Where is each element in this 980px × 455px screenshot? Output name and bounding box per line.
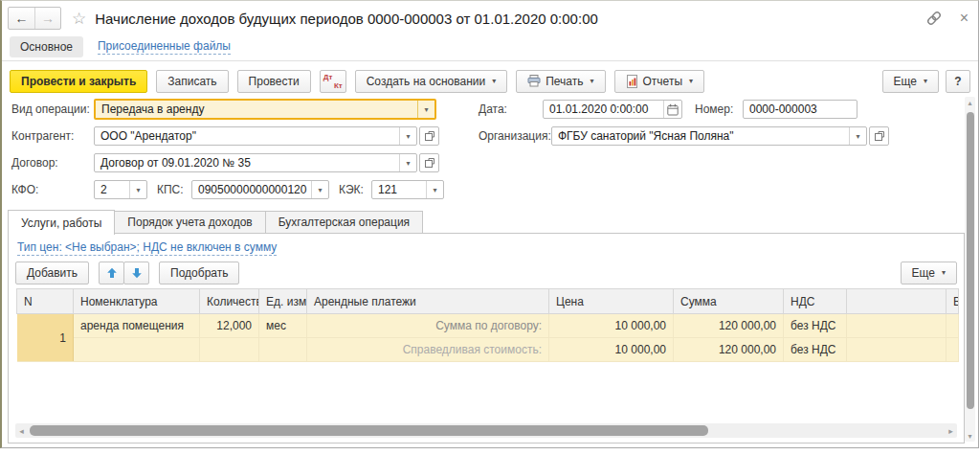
- post-button[interactable]: Провести: [237, 70, 311, 93]
- vertical-scrollbar[interactable]: ▴ ▾: [965, 97, 975, 442]
- number-field[interactable]: 0000-000003: [743, 100, 858, 119]
- print-button[interactable]: Печать ▾: [516, 70, 605, 93]
- tab-services-works[interactable]: Услуги, работы: [8, 210, 115, 235]
- dropdown-arrow-icon[interactable]: ▾: [426, 181, 443, 198]
- scroll-left-icon[interactable]: ◂: [15, 426, 28, 436]
- cell-price[interactable]: 10 000,00: [549, 338, 674, 362]
- organization-open-button[interactable]: [869, 126, 889, 146]
- contract-open-button[interactable]: [419, 153, 439, 172]
- cell-amount[interactable]: 120 000,00: [674, 338, 784, 362]
- page-title: Начисление доходов будущих периодов 0000…: [95, 11, 598, 27]
- organization-value[interactable]: ФГБУ санаторий "Ясная Поляна": [552, 127, 849, 145]
- move-down-button[interactable]: [123, 262, 149, 284]
- print-label: Печать: [546, 75, 583, 88]
- contract-value[interactable]: Договор от 09.01.2020 № 35: [95, 154, 399, 171]
- close-icon[interactable]: ×: [960, 11, 969, 26]
- operation-type-value[interactable]: Передача в аренду: [96, 101, 417, 118]
- col-amount: Сумма: [674, 289, 784, 314]
- tab-accounting-operation[interactable]: Бухгалтерская операция: [265, 211, 423, 234]
- horizontal-scrollbar[interactable]: ◂ ▸: [15, 423, 957, 438]
- reports-button[interactable]: Отчеты ▾: [614, 70, 705, 93]
- nav-tab-main[interactable]: Основное: [10, 36, 83, 57]
- cell-quantity[interactable]: [200, 338, 259, 362]
- cell-nomenclature[interactable]: [74, 338, 200, 362]
- cell-vat[interactable]: без НДС: [784, 314, 847, 338]
- table-row: Справедливая стоимость: 10 000,00 120 00…: [17, 338, 959, 362]
- cell-price[interactable]: 10 000,00: [549, 314, 674, 338]
- col-cut: В: [947, 289, 959, 314]
- dropdown-arrow-icon[interactable]: ▾: [417, 101, 434, 118]
- post-and-close-button[interactable]: Провести и закрыть: [10, 70, 147, 93]
- pick-button[interactable]: Подобрать: [159, 262, 239, 284]
- kfo-value[interactable]: 2: [95, 181, 129, 198]
- nav-tab-attached-files[interactable]: Присоединенные файлы: [98, 39, 231, 55]
- cell-payment-kind: Справедливая стоимость:: [307, 338, 549, 362]
- counterparty-field[interactable]: ООО "Арендатор" ▾: [94, 126, 417, 146]
- vertical-scroll-thumb[interactable]: [967, 112, 974, 409]
- forward-button[interactable]: →: [34, 8, 60, 29]
- date-field[interactable]: 01.01.2020 0:00:00: [543, 100, 682, 119]
- separator: [2, 60, 978, 61]
- price-type-link[interactable]: Тип цен: <Не выбран>; НДС не включен в с…: [17, 240, 277, 256]
- move-up-button[interactable]: [99, 262, 124, 284]
- page-tabs: Услуги, работы Порядок учета доходов Бух…: [8, 210, 423, 234]
- reports-label: Отчеты: [643, 75, 682, 88]
- cell-quantity[interactable]: 12,000: [200, 314, 259, 338]
- scroll-right-icon[interactable]: ▸: [945, 426, 957, 436]
- cell-cut[interactable]: [947, 338, 959, 362]
- contract-field[interactable]: Договор от 09.01.2020 № 35 ▾: [94, 153, 417, 172]
- cell-row-number[interactable]: 1: [17, 314, 74, 362]
- cell-unit[interactable]: [259, 338, 307, 362]
- table-row: 1 аренда помещения 12,000 мес Сумма по д…: [17, 314, 959, 338]
- col-vat: НДС: [784, 289, 847, 314]
- cell-extra[interactable]: [847, 314, 947, 338]
- counterparty-value[interactable]: ООО "Арендатор": [95, 127, 399, 145]
- grid-more-button[interactable]: Еще ▾: [901, 262, 957, 284]
- kek-field[interactable]: 121 ▾: [371, 180, 444, 199]
- cell-amount[interactable]: 120 000,00: [674, 314, 784, 338]
- dropdown-arrow-icon[interactable]: ▾: [849, 127, 866, 145]
- more-label: Еще: [894, 75, 917, 88]
- horizontal-scroll-track[interactable]: [28, 423, 945, 438]
- back-button[interactable]: ←: [9, 8, 34, 29]
- dt-label: Дт: [323, 73, 333, 81]
- dropdown-arrow-icon[interactable]: ▾: [311, 181, 328, 198]
- report-icon: [626, 75, 638, 88]
- kps-field[interactable]: 09050000000000120 ▾: [191, 180, 329, 199]
- dropdown-arrow-icon[interactable]: ▾: [399, 154, 416, 171]
- operation-type-field[interactable]: Передача в аренду ▾: [94, 99, 436, 120]
- col-price: Цена: [549, 289, 674, 314]
- date-value[interactable]: 01.01.2020 0:00:00: [544, 101, 663, 118]
- organization-field[interactable]: ФГБУ санаторий "Ясная Поляна" ▾: [551, 126, 867, 146]
- calendar-icon[interactable]: [663, 101, 681, 118]
- kps-value[interactable]: 09050000000000120: [192, 181, 311, 198]
- counterparty-open-button[interactable]: [419, 126, 439, 146]
- create-on-basis-label: Создать на основании: [367, 75, 486, 88]
- favorite-star-icon[interactable]: ☆: [72, 9, 86, 29]
- cell-unit[interactable]: мес: [259, 314, 307, 338]
- debit-credit-button[interactable]: Дт Кт: [320, 70, 346, 93]
- cell-cut[interactable]: [947, 314, 959, 338]
- arrow-up-icon: [106, 267, 118, 279]
- cell-extra[interactable]: [847, 338, 947, 362]
- help-button[interactable]: ?: [946, 70, 970, 93]
- dropdown-arrow-icon[interactable]: ▾: [129, 181, 146, 198]
- add-row-button[interactable]: Добавить: [15, 262, 89, 284]
- dropdown-arrow-icon[interactable]: ▾: [399, 127, 416, 145]
- number-value[interactable]: 0000-000003: [744, 101, 857, 118]
- kek-value[interactable]: 121: [372, 181, 426, 198]
- horizontal-scroll-thumb[interactable]: [30, 425, 708, 436]
- items-table: N Номенклатура Количество Ед. изм. Аренд…: [16, 288, 959, 362]
- organization-label: Организация:: [479, 126, 551, 146]
- scroll-up-icon[interactable]: ▴: [965, 97, 975, 108]
- grid-more-label: Еще: [912, 266, 935, 280]
- create-on-basis-button[interactable]: Создать на основании ▾: [355, 70, 508, 93]
- cell-vat[interactable]: без НДС: [784, 338, 847, 362]
- cell-nomenclature[interactable]: аренда помещения: [74, 314, 200, 338]
- save-button[interactable]: Записать: [156, 70, 228, 93]
- tab-income-accounting-order[interactable]: Порядок учета доходов: [114, 211, 265, 234]
- scroll-down-icon[interactable]: ▾: [965, 430, 975, 442]
- more-button[interactable]: Еще ▾: [882, 70, 939, 93]
- get-link-icon[interactable]: [924, 9, 945, 28]
- kfo-field[interactable]: 2 ▾: [94, 180, 147, 199]
